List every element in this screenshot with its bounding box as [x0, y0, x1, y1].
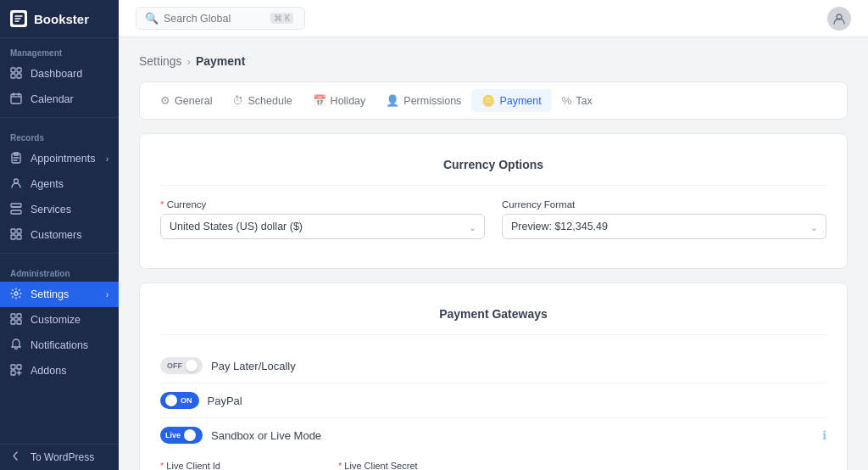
live-client-id-label: Live Client Id: [160, 461, 321, 470]
currency-format-label: Currency Format: [502, 199, 826, 210]
gateway-pay-later: OFF Pay Later/Locally: [160, 349, 826, 383]
pay-later-toggle-knob: [186, 360, 198, 372]
live-client-id-field: Live Client Id: [160, 461, 321, 470]
tab-permissions[interactable]: 👤 Permissions: [376, 89, 471, 112]
currency-form-row: Currency United States (US) dollar ($) C…: [160, 199, 826, 239]
sidebar-item-settings[interactable]: Settings ›: [0, 282, 119, 307]
schedule-tab-icon: ⏱: [232, 94, 243, 107]
management-label: Management: [0, 38, 119, 61]
svg-rect-2: [17, 68, 21, 72]
agents-icon: [10, 177, 24, 191]
to-wordpress-label: To WordPress: [31, 451, 94, 463]
tabs-container: ⚙ General ⏱ Schedule 📅 Holiday 👤 Permiss…: [139, 81, 848, 120]
live-client-secret-field: Live Client Secret: [338, 461, 499, 470]
svg-rect-4: [17, 74, 21, 78]
payment-tab-icon: 🪙: [481, 94, 495, 107]
search-icon: 🔍: [145, 12, 159, 25]
breadcrumb-current: Payment: [196, 54, 245, 68]
pay-later-label: Pay Later/Locally: [211, 360, 296, 372]
svg-point-14: [14, 292, 18, 295]
paypal-label: PayPal: [208, 394, 242, 407]
breadcrumb-separator: ›: [187, 55, 191, 68]
svg-rect-16: [17, 314, 21, 318]
paypal-toggle-label: ON: [181, 396, 192, 405]
sidebar-item-customers[interactable]: Customers: [0, 222, 119, 248]
tab-general-label: General: [175, 95, 212, 107]
calendar-icon: [10, 92, 24, 106]
gateway-paypal: ON PayPal: [160, 383, 826, 418]
sidebar-item-appointments[interactable]: Appointments ›: [0, 146, 119, 171]
clipboard-icon: [10, 152, 24, 165]
sidebar-item-calendar[interactable]: Calendar: [0, 87, 119, 112]
sandbox-live-row: Live Sandbox or Live Mode ℹ: [160, 427, 826, 444]
svg-rect-12: [11, 235, 15, 239]
tab-tax-label: Tax: [576, 95, 592, 107]
svg-rect-19: [11, 365, 15, 369]
svg-rect-9: [11, 210, 21, 214]
notifications-label: Notifications: [31, 339, 88, 351]
tab-payment[interactable]: 🪙 Payment: [471, 89, 551, 112]
breadcrumb: Settings › Payment: [139, 54, 848, 68]
svg-rect-18: [17, 320, 21, 324]
tab-schedule[interactable]: ⏱ Schedule: [222, 89, 302, 112]
paypal-toggle-knob: [165, 394, 177, 406]
sidebar-item-dashboard[interactable]: Dashboard: [0, 61, 119, 87]
svg-rect-13: [17, 235, 21, 239]
tab-general[interactable]: ⚙ General: [150, 89, 222, 112]
info-icon[interactable]: ℹ: [822, 428, 826, 442]
sidebar-item-notifications[interactable]: Notifications: [0, 333, 119, 358]
currency-select[interactable]: United States (US) dollar ($): [160, 214, 485, 239]
svg-rect-20: [17, 365, 21, 369]
breadcrumb-parent[interactable]: Settings: [139, 54, 182, 68]
tab-holiday[interactable]: 📅 Holiday: [303, 89, 376, 112]
tax-tab-icon: %: [562, 94, 572, 107]
sidebar-item-agents[interactable]: Agents: [0, 171, 119, 197]
records-section: Records Appointments › Agents Services C…: [0, 123, 119, 248]
settings-label: Settings: [31, 288, 69, 300]
agents-label: Agents: [31, 178, 64, 190]
permissions-tab-icon: 👤: [386, 94, 399, 107]
currency-format-select[interactable]: Preview: $12,345.49: [502, 214, 826, 239]
currency-label: Currency: [160, 199, 485, 210]
search-input[interactable]: [164, 13, 265, 25]
currency-options-card: Currency Options Currency United States …: [139, 133, 848, 269]
paypal-toggle[interactable]: ON: [160, 392, 199, 409]
payment-gateways-card: Payment Gateways OFF Pay Later/Locally O…: [139, 283, 848, 470]
currency-group: Currency United States (US) dollar ($): [160, 199, 485, 239]
appointments-label: Appointments: [31, 153, 95, 165]
general-tab-icon: ⚙: [160, 94, 170, 107]
sidebar: Bookster Management Dashboard Calendar R…: [0, 0, 119, 470]
sandbox-live-toggle[interactable]: Live: [160, 427, 203, 444]
settings-chevron-icon: ›: [106, 290, 108, 299]
app-name: Bookster: [34, 12, 89, 26]
arrow-left-icon: [10, 450, 24, 464]
customers-label: Customers: [31, 229, 81, 241]
sidebar-item-services[interactable]: Services: [0, 197, 119, 222]
live-toggle-knob: [184, 429, 196, 441]
live-client-secret-label: Live Client Secret: [338, 461, 499, 470]
management-section: Management Dashboard Calendar: [0, 38, 119, 112]
topbar: 🔍 ⌘ K: [119, 0, 868, 37]
addons-label: Addons: [31, 365, 66, 377]
administration-section: Administration Settings › Customize Noti…: [0, 259, 119, 383]
records-label: Records: [0, 123, 119, 146]
sandbox-live-label: Sandbox or Live Mode: [211, 429, 321, 442]
svg-rect-15: [11, 314, 15, 318]
tab-tax[interactable]: % Tax: [552, 89, 603, 112]
chevron-right-icon: ›: [106, 154, 108, 164]
services-label: Services: [31, 204, 71, 215]
holiday-tab-icon: 📅: [313, 94, 326, 107]
sidebar-item-customize[interactable]: Customize: [0, 307, 119, 333]
svg-rect-10: [11, 229, 15, 233]
settings-icon: [10, 288, 24, 301]
addons-icon: [10, 364, 24, 378]
search-box[interactable]: 🔍 ⌘ K: [136, 7, 305, 30]
svg-rect-21: [11, 371, 15, 375]
currency-select-wrapper: United States (US) dollar ($): [160, 214, 485, 239]
page-content: Settings › Payment ⚙ General ⏱ Schedule …: [119, 37, 868, 470]
pay-later-toggle[interactable]: OFF: [160, 357, 203, 374]
customize-label: Customize: [31, 314, 81, 326]
sidebar-item-to-wordpress[interactable]: To WordPress: [0, 445, 119, 470]
sidebar-item-addons[interactable]: Addons: [0, 358, 119, 383]
sidebar-bottom: To WordPress: [0, 444, 119, 470]
